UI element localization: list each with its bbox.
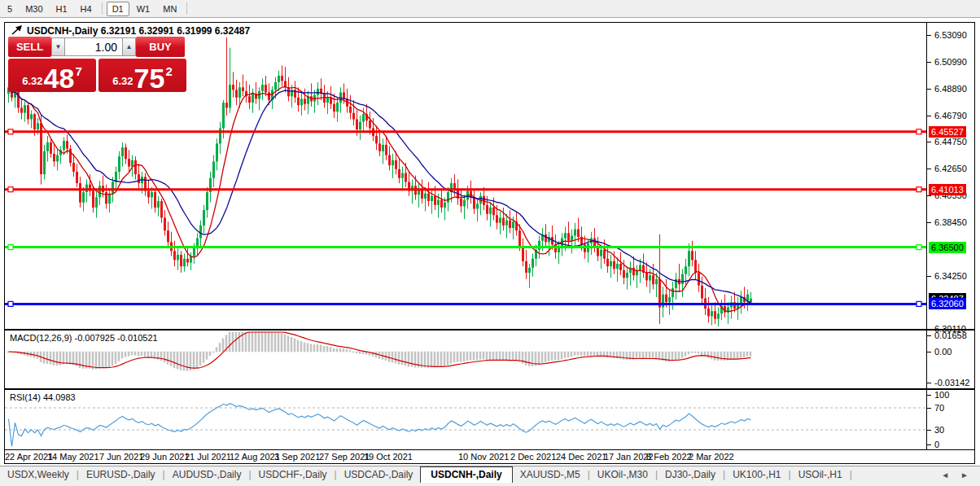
macd-tick-label: 0.01658: [934, 331, 967, 341]
tab-usdchf-daily[interactable]: USDCHF-,Daily: [252, 467, 335, 482]
axis-tick: [927, 169, 931, 169]
buy-button[interactable]: BUY: [136, 37, 185, 57]
tab-scroll-right-icon[interactable]: ►: [960, 471, 969, 479]
date-tick-label: 27 Sep 2021: [319, 452, 370, 462]
tab-ukoil-m30[interactable]: UKOil-,M30: [590, 467, 655, 482]
rsi-indicator-label: RSI(14) 44.0983: [10, 392, 76, 402]
timeframe-button-d1[interactable]: D1: [107, 2, 129, 16]
axis-tick: [927, 329, 931, 330]
date-tick-label: 12 Aug 2021: [230, 452, 280, 462]
date-axis[interactable]: 22 Apr 202114 May 20217 Jun 202129 Jun 2…: [5, 451, 926, 464]
sell-price-base: 6.32: [22, 75, 42, 87]
macd-axis[interactable]: 0.016580.00-0.03142: [927, 331, 974, 388]
price-tick-label: 6.48890: [934, 84, 967, 94]
date-tick-label: 21 Jul 2021: [185, 452, 231, 462]
rsi-tick-label: 30: [934, 425, 944, 436]
buy-price-base: 6.32: [112, 75, 133, 87]
timeframe-button-h1[interactable]: H1: [50, 2, 73, 16]
buy-price-display[interactable]: 6.32 75 2: [98, 59, 186, 92]
rsi-tick-label: 70: [934, 403, 944, 414]
sell-price-pips: 48: [44, 66, 75, 91]
axis-tick: [927, 444, 931, 445]
price-tick-label: 6.46790: [934, 111, 967, 121]
axis-tick: [927, 408, 931, 409]
tab-usdcad-daily[interactable]: USDCAD-,Daily: [337, 467, 421, 482]
tab-usdx-weekly[interactable]: USDX,Weekly: [0, 467, 77, 482]
timeframe-toolbar: 5M30H1H4D1W1MN: [0, 0, 980, 18]
bottom-strip: [0, 483, 980, 486]
tab-eurusd-daily[interactable]: EURUSD-,Daily: [79, 467, 163, 482]
timeframe-button-w1[interactable]: W1: [131, 2, 156, 16]
rsi-levels: [5, 408, 926, 430]
price-tick-label: 6.42650: [934, 164, 967, 174]
axis-tick: [927, 395, 931, 396]
tab-xauusd-m5[interactable]: XAUUSD-,M5: [513, 467, 588, 482]
date-tick-label: 7 Jun 2021: [99, 452, 143, 462]
one-click-trade-panel: SELL ▼ ▲ BUY 6.32 48 7 6.32 75 2: [8, 37, 186, 92]
tab-usdcnh-daily[interactable]: USDCNH-,Daily: [420, 466, 512, 483]
axis-tick: [927, 335, 931, 336]
price-tick-label: 6.34250: [934, 271, 967, 282]
macd-tick-label: -0.03142: [934, 378, 969, 388]
level-price-label: 6.32060: [929, 298, 966, 309]
axis-tick: [927, 383, 931, 383]
rsi-tick-label: 100: [934, 390, 949, 401]
sell-price-point: 7: [75, 64, 81, 78]
axis-tick: [927, 430, 931, 431]
timeframe-button-mn[interactable]: MN: [157, 2, 182, 16]
axis-tick: [927, 116, 931, 116]
volume-increase-button[interactable]: ▲: [122, 37, 136, 56]
chart-window: 6.530906.509906.488906.467906.447506.426…: [4, 22, 975, 464]
level-price-label: 6.36500: [929, 242, 966, 253]
level-price-label: 6.41013: [929, 184, 966, 195]
level-price-label: 6.45527: [929, 126, 966, 138]
rsi-canvas[interactable]: [5, 390, 926, 449]
tab-scroll-left-icon[interactable]: ◄: [941, 471, 949, 479]
date-tick-label: 22 Apr 2021: [5, 452, 53, 462]
axis-tick: [927, 35, 931, 36]
price-axis[interactable]: 6.530906.509906.488906.467906.447506.426…: [927, 23, 974, 329]
symbol-tabbar: USDX,Weekly|EURUSD-,Daily|AUDUSD-,Daily|…: [0, 466, 980, 483]
horizontal-lines: [5, 129, 926, 307]
volume-decrease-button[interactable]: ▼: [51, 37, 65, 56]
tab-usoil-h1[interactable]: USOil-,H1: [791, 467, 850, 482]
date-tick-label: 10 Nov 2021: [458, 452, 509, 462]
buy-price-pips: 75: [134, 66, 165, 91]
date-tick-label: 19 Oct 2021: [364, 452, 413, 462]
toolbar-separator: [102, 2, 103, 15]
moving-averages: [9, 87, 751, 312]
rsi-axis[interactable]: 10070300: [927, 390, 974, 449]
buy-price-point: 2: [165, 64, 172, 78]
rsi-tick-label: 0: [934, 440, 939, 450]
timeframe-button-h4[interactable]: H4: [75, 2, 98, 16]
tab-dj30-daily[interactable]: DJ30-,Daily: [658, 467, 723, 482]
tab-scroll-arrows: ◄►: [930, 471, 969, 479]
macd-tick-label: 0.00: [934, 347, 952, 357]
pane-divider: [5, 449, 974, 450]
timeframe-button-5[interactable]: 5: [2, 2, 18, 16]
axis-tick: [927, 62, 931, 63]
date-tick-label: 8 Feb 2022: [646, 452, 692, 462]
chart-title-symbol: USDCNH-,Daily: [27, 25, 98, 37]
timeframe-button-m30[interactable]: M30: [20, 2, 48, 16]
price-tick-label: 6.44750: [934, 137, 967, 147]
tab-separator: |: [850, 469, 852, 480]
sell-price-display[interactable]: 6.32 48 7: [8, 59, 96, 92]
price-tick-label: 6.38450: [934, 217, 967, 228]
price-tick-label: 6.53090: [934, 30, 967, 41]
toolbar-separator: [186, 2, 187, 15]
tab-audusd-daily[interactable]: AUDUSD-,Daily: [165, 467, 249, 482]
volume-input[interactable]: [65, 37, 122, 56]
chart-title: USDCNH-,Daily 6.32191 6.32991 6.31999 6.…: [27, 25, 250, 37]
chart-title-ohlc: 6.32191 6.32991 6.31999 6.32487: [101, 25, 251, 37]
tab-uk100-h1[interactable]: UK100-,H1: [725, 467, 788, 482]
date-tick-label: 29 Jun 2021: [140, 452, 190, 462]
sell-button[interactable]: SELL: [8, 37, 51, 57]
axis-tick: [927, 352, 931, 352]
date-tick-label: 3 Sep 2021: [274, 452, 320, 462]
macd-indicator-label: MACD(12,26,9) -0.007925 -0.010521: [10, 333, 158, 343]
date-tick-label: 14 May 2021: [47, 452, 99, 462]
date-tick-label: 24 Dec 2021: [556, 452, 606, 462]
date-tick-label: 2 Mar 2022: [689, 452, 734, 462]
rsi-line: [9, 404, 751, 447]
